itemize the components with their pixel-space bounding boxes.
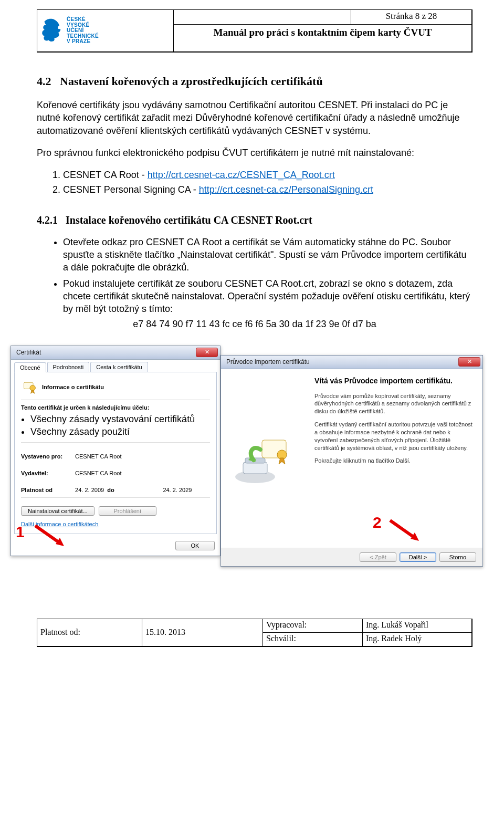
window-title: Průvodce importem certifikátu (226, 358, 310, 365)
screenshot-area: Certifikát ✕ Obecné Podrobnosti Cesta k … (37, 346, 472, 592)
link-cesnet-personal[interactable]: http://crt.cesnet-ca.cz/PersonalSigning.… (199, 184, 373, 195)
svg-rect-3 (243, 462, 267, 474)
annotation-number-2: 2 (373, 514, 382, 531)
wizard-heading: Vítá vás Průvodce importem certifikátu. (314, 377, 473, 385)
paragraph: Certifikát vydaný certifikační autoritou… (314, 421, 473, 452)
paragraph: Kořenové certifikáty jsou vydávány samot… (37, 99, 472, 137)
footer-label: Vypracoval: (263, 619, 363, 633)
cvut-lion-icon (40, 18, 64, 44)
paragraph: Pro správnou funkci elektronického podpi… (37, 147, 472, 159)
tab-body: Informace o certifikátu Tento certifikát… (14, 372, 217, 535)
svg-point-1 (30, 385, 36, 391)
link-cesnet-root[interactable]: http://crt.cesnet-ca.cz/CESNET_CA_Root.c… (148, 170, 335, 180)
issuer-statement-button[interactable]: Prohlášení (99, 506, 156, 516)
purpose-list: Všechny zásady vystavování certifikátů V… (30, 413, 210, 438)
wizard-button-bar: < Zpět Další > Storno (221, 548, 482, 566)
titlebar: Certifikát ✕ (11, 346, 220, 360)
footer-value: 15.10. 2013 (142, 619, 263, 646)
page-number: Stránka 8 z 28 (351, 10, 472, 25)
footer-value: Ing. Radek Holý (363, 633, 472, 646)
close-icon[interactable]: ✕ (458, 357, 480, 367)
window-title: Certifikát (16, 349, 41, 356)
numbered-list: CESNET CA Root - http://crt.cesnet-ca.cz… (51, 169, 472, 196)
footer-value: Ing. Lukáš Vopařil (363, 619, 472, 633)
bullet-list: Otevřete odkaz pro CESNET CA Root a cert… (51, 236, 472, 316)
university-name: ČESKÉ VYSOKÉ UČENÍ TECHNICKÉ V PRAZE (67, 17, 99, 45)
certificate-icon (22, 380, 37, 394)
annotation-number-1: 1 (16, 523, 25, 541)
titlebar: Průvodce importem certifikátu ✕ (221, 356, 482, 369)
page-footer: Vypracoval: Ing. Lukáš Vopařil Platnost … (37, 619, 472, 647)
list-item: Všechny zásady vystavování certifikátů (30, 413, 210, 425)
paragraph: Průvodce vám pomůže kopírovat certifikát… (314, 392, 473, 416)
tab-cert-path[interactable]: Cesta k certifikátu (90, 362, 148, 372)
footer-label: Schválil: (263, 633, 363, 646)
list-item: Všechny zásady použití (30, 425, 210, 438)
validity-row: Platnost od 24. 2. 2009 do 24. 2. 2029 (21, 487, 210, 493)
list-item: Otevřete odkaz pro CESNET CA Root a cert… (63, 236, 472, 274)
certificate-thumbprint: e7 84 74 90 f7 11 43 fc ce f6 f6 5a 30 d… (37, 319, 472, 330)
more-info-link[interactable]: Další informace o certifikátech (21, 521, 210, 527)
paragraph: Pokračujte kliknutím na tlačítko Další. (314, 457, 473, 465)
issued-to-row: Vystaveno pro: CESNET CA Root (21, 453, 210, 460)
cancel-button[interactable]: Storno (439, 552, 476, 562)
issuer-row: Vydavitel: CESNET CA Root (21, 470, 210, 476)
ok-button[interactable]: OK (175, 541, 215, 550)
list-item: CESNET CA Root - http://crt.cesnet-ca.cz… (63, 169, 472, 181)
section-heading: 4.2 Nastavení kořenových a zprostředkují… (37, 75, 472, 88)
logo-cell: ČESKÉ VYSOKÉ UČENÍ TECHNICKÉ V PRAZE (37, 10, 174, 52)
tab-details[interactable]: Podrobnosti (47, 362, 90, 372)
list-item: Pokud instalujete certifikát ze souboru … (63, 277, 472, 316)
tab-general[interactable]: Obecné (14, 362, 46, 372)
import-wizard-dialog: Průvodce importem certifikátu ✕ (220, 355, 483, 567)
cert-info-heading: Informace o certifikátu (42, 384, 104, 390)
certificate-dialog: Certifikát ✕ Obecné Podrobnosti Cesta k … (10, 346, 220, 557)
tab-strip: Obecné Podrobnosti Cesta k certifikátu (11, 360, 220, 372)
page-header: ČESKÉ VYSOKÉ UČENÍ TECHNICKÉ V PRAZE Str… (37, 9, 472, 53)
close-icon[interactable]: ✕ (196, 348, 218, 357)
list-item: CESNET Personal Signing CA - http://crt.… (63, 183, 472, 196)
wizard-art-icon (232, 430, 295, 487)
wizard-content: Vítá vás Průvodce importem certifikátu. … (305, 369, 482, 548)
install-certificate-button[interactable]: Nainstalovat certifikát... (21, 506, 94, 516)
wizard-sidebar (221, 369, 305, 548)
footer-label: Platnost od: (37, 619, 142, 646)
purpose-label: Tento certifikát je určen k následujícím… (21, 404, 210, 411)
document-title: Manuál pro práci s kontaktním čipem kart… (174, 25, 472, 52)
next-button[interactable]: Další > (400, 552, 436, 562)
subsection-heading: 4.2.1 Instalace kořenového certifikátu C… (37, 214, 472, 226)
back-button[interactable]: < Zpět (360, 552, 396, 562)
